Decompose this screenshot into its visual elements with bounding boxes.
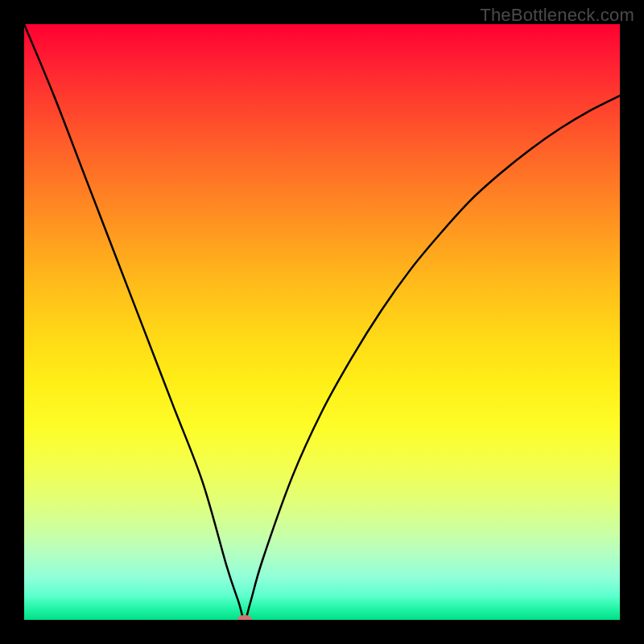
attribution-text: TheBottleneck.com (480, 5, 634, 26)
chart-frame: TheBottleneck.com (0, 0, 644, 644)
bottleneck-curve (24, 24, 620, 620)
plot-area (24, 24, 620, 620)
optimum-marker (237, 615, 252, 620)
